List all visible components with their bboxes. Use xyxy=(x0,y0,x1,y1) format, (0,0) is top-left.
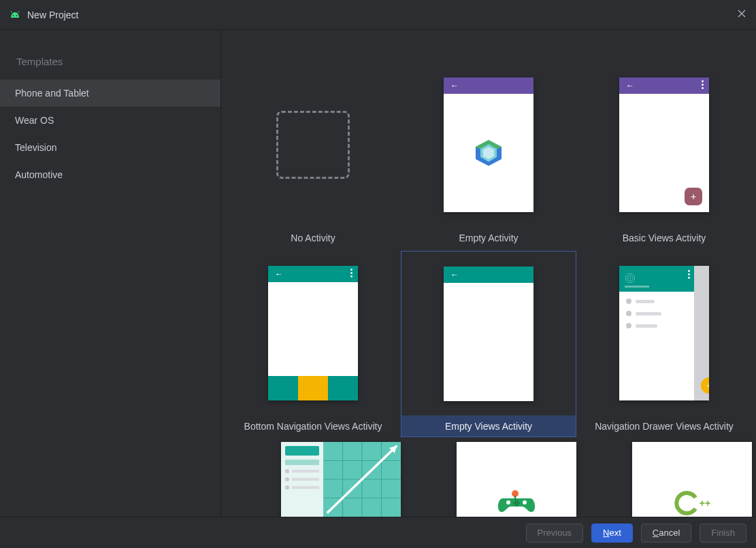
sidebar-item-label: Automotive xyxy=(15,169,63,180)
sidebar: Templates Phone and Tablet Wear OS Telev… xyxy=(0,30,221,517)
android-logo-icon xyxy=(10,10,20,20)
back-arrow-icon: ← xyxy=(450,81,459,90)
cancel-button[interactable]: Cancel xyxy=(641,524,691,543)
drawer-header-icon xyxy=(619,266,694,292)
sidebar-item-automotive[interactable]: Automotive xyxy=(0,161,220,188)
appbar-icon: ← xyxy=(268,266,358,282)
back-arrow-icon: ← xyxy=(626,81,634,90)
svg-point-1 xyxy=(16,15,18,16)
template-label: Empty Views Activity xyxy=(401,415,576,437)
sidebar-item-television[interactable]: Television xyxy=(0,134,220,161)
finish-button: Finish xyxy=(700,524,746,543)
template-thumbnail: ← xyxy=(401,251,576,415)
template-responsive[interactable] xyxy=(225,440,401,517)
template-label: Empty Activity xyxy=(401,227,576,249)
dialog-footer: Previous Next Cancel Finish xyxy=(0,517,756,548)
svg-point-0 xyxy=(13,15,14,16)
next-button[interactable]: Next xyxy=(591,524,633,543)
appbar-icon: ← xyxy=(444,267,533,283)
template-basic-views[interactable]: ← + Basic Views Activity xyxy=(576,63,752,251)
dashed-placeholder-icon xyxy=(276,111,350,179)
template-thumbnail xyxy=(281,442,401,517)
fab-plus-icon: + xyxy=(701,377,709,394)
previous-button: Previous xyxy=(526,524,584,543)
sidebar-item-wear-os[interactable]: Wear OS xyxy=(0,107,220,134)
titlebar: New Project xyxy=(0,0,756,30)
template-label: No Activity xyxy=(225,227,401,249)
appbar-icon: ← xyxy=(619,78,709,94)
window-title: New Project xyxy=(27,10,78,20)
sidebar-item-phone-tablet[interactable]: Phone and Tablet xyxy=(0,80,220,107)
template-label: Basic Views Activity xyxy=(576,227,752,249)
sidebar-item-label: Television xyxy=(15,142,56,153)
template-thumbnail: ← + xyxy=(576,63,752,227)
template-gallery: No Activity ← xyxy=(221,30,756,517)
template-game[interactable] xyxy=(401,440,576,517)
fab-plus-icon: + xyxy=(685,188,702,205)
close-icon[interactable] xyxy=(737,9,746,20)
template-label: Navigation Drawer Views Activity xyxy=(576,415,752,437)
template-thumbnail: ++ xyxy=(632,442,752,517)
svg-point-17 xyxy=(506,500,510,504)
template-thumbnail: ← xyxy=(401,63,576,227)
svg-point-18 xyxy=(523,500,527,504)
back-arrow-icon: ← xyxy=(450,270,459,279)
more-dots-icon xyxy=(350,269,352,277)
template-label: Bottom Navigation Views Activity xyxy=(225,415,401,437)
drawer-scrim-icon: + xyxy=(694,266,709,400)
gamepad-icon xyxy=(495,485,538,517)
compose-logo-icon xyxy=(444,94,533,212)
sidebar-item-label: Phone and Tablet xyxy=(15,88,89,99)
template-native-cpp[interactable]: ++ xyxy=(576,440,752,517)
template-bottom-nav[interactable]: ← Bottom Navigation Views Activity xyxy=(225,251,401,439)
template-thumbnail: + xyxy=(576,251,752,415)
sidebar-header: Templates xyxy=(0,50,220,80)
chart-grid-icon xyxy=(323,442,401,517)
svg-rect-20 xyxy=(513,502,520,504)
back-arrow-icon: ← xyxy=(275,269,283,279)
template-empty-views[interactable]: ← Empty Views Activity xyxy=(401,251,576,439)
svg-line-2 xyxy=(11,12,12,14)
template-thumbnail xyxy=(457,442,576,517)
more-dots-icon xyxy=(702,80,704,89)
template-nav-drawer[interactable]: + Navigation Drawer Views Activity xyxy=(576,251,752,439)
appbar-icon: ← xyxy=(444,78,533,94)
template-no-activity[interactable]: No Activity xyxy=(225,63,401,251)
svg-line-3 xyxy=(18,12,20,14)
sidebar-item-label: Wear OS xyxy=(15,115,54,126)
svg-rect-22 xyxy=(514,496,516,500)
template-thumbnail xyxy=(225,63,401,227)
bottom-nav-icon xyxy=(268,376,358,400)
template-empty-activity[interactable]: ← Empty Activity xyxy=(401,63,576,251)
template-thumbnail: ← xyxy=(225,251,401,415)
cpp-icon: ++ xyxy=(674,490,710,517)
